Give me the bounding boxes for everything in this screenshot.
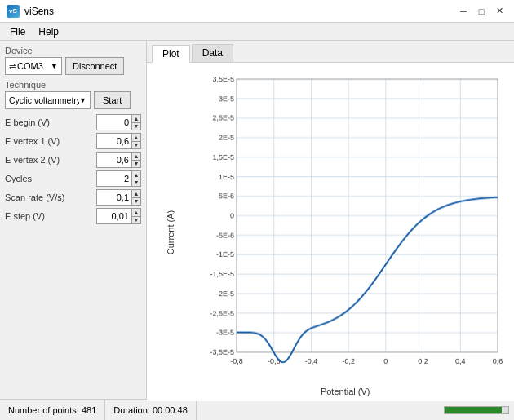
spin-up-1[interactable]: ▲ — [131, 134, 140, 142]
technique-label: Technique — [5, 80, 141, 90]
technique-value: Cyclic voltammetry — [9, 95, 79, 105]
app-title: viSens — [24, 6, 54, 17]
menu-help[interactable]: Help — [32, 24, 65, 38]
param-input-0[interactable] — [97, 117, 131, 128]
param-label-2: E vertex 2 (V) — [5, 155, 78, 165]
menu-bar: File Help — [0, 23, 514, 41]
right-panel: Plot Data Current (A) Potential (V) — [147, 41, 514, 399]
tab-data[interactable]: Data — [192, 44, 233, 62]
menu-file[interactable]: File — [3, 24, 32, 38]
points-label: Number of points: — [8, 405, 79, 415]
disconnect-button[interactable]: Disconnect — [65, 57, 124, 75]
title-bar: vS viSens ─ □ ✕ — [0, 0, 514, 23]
param-row-5: E step (V) ▲ ▼ — [5, 208, 141, 224]
param-row-0: E begin (V) ▲ ▼ — [5, 114, 141, 130]
param-row-2: E vertex 2 (V) ▲ ▼ — [5, 152, 141, 168]
params-section: E begin (V) ▲ ▼ E vertex 1 (V) ▲ ▼ E ver… — [5, 114, 141, 224]
param-label-4: Scan rate (V/s) — [5, 192, 78, 202]
spin-down-2[interactable]: ▼ — [131, 161, 140, 168]
spin-up-4[interactable]: ▲ — [131, 190, 140, 198]
param-label-5: E step (V) — [5, 211, 78, 221]
spin-down-5[interactable]: ▼ — [131, 217, 140, 224]
start-button[interactable]: Start — [94, 91, 131, 109]
param-input-5[interactable] — [97, 210, 131, 222]
com-port-value: COM3 — [17, 61, 43, 71]
param-input-4[interactable] — [97, 192, 131, 203]
spin-up-5[interactable]: ▲ — [131, 209, 140, 217]
technique-select[interactable]: Cyclic voltammetry ▼ — [5, 91, 91, 109]
duration-label: Duration: — [113, 405, 150, 415]
tab-bar: Plot Data — [147, 41, 514, 63]
param-input-2[interactable] — [97, 154, 131, 166]
spin-down-1[interactable]: ▼ — [131, 142, 140, 149]
spin-up-3[interactable]: ▲ — [131, 171, 140, 179]
param-input-1[interactable] — [97, 135, 131, 147]
device-label: Device — [5, 46, 141, 55]
left-panel: Device ⇌ COM3 ▼ Disconnect Technique Cyc… — [0, 41, 147, 399]
spin-down-4[interactable]: ▼ — [131, 198, 140, 206]
close-button[interactable]: ✕ — [491, 3, 507, 20]
spin-down-0[interactable]: ▼ — [131, 123, 140, 130]
chart-canvas — [188, 71, 506, 377]
spin-down-3[interactable]: ▼ — [131, 179, 140, 187]
param-input-3[interactable] — [97, 173, 131, 184]
spin-up-0[interactable]: ▲ — [131, 115, 140, 123]
spin-up-2[interactable]: ▲ — [131, 153, 140, 161]
param-row-1: E vertex 1 (V) ▲ ▼ — [5, 133, 141, 149]
progress-bar-fill — [445, 407, 502, 413]
x-axis-label: Potential (V) — [321, 387, 370, 396]
minimize-button[interactable]: ─ — [455, 3, 472, 20]
param-label-3: Cycles — [5, 174, 78, 183]
param-row-4: Scan rate (V/s) ▲ ▼ — [5, 189, 141, 206]
status-bar: Number of points: 481 Duration: 00:00:48 — [0, 399, 514, 420]
app-icon: vS — [7, 5, 20, 18]
com-port-select[interactable]: ⇌ COM3 ▼ — [5, 57, 62, 75]
param-row-3: Cycles ▲ ▼ — [5, 170, 141, 187]
y-axis-label: Current (A) — [166, 210, 175, 254]
maximize-button[interactable]: □ — [473, 3, 490, 20]
param-label-0: E begin (V) — [5, 117, 78, 127]
chart-area: Current (A) Potential (V) — [147, 63, 514, 401]
tab-plot[interactable]: Plot — [152, 45, 190, 63]
duration-value: 00:00:48 — [153, 405, 188, 415]
progress-bar-wrap — [444, 406, 509, 414]
points-value: 481 — [82, 405, 96, 415]
param-label-1: E vertex 1 (V) — [5, 136, 78, 146]
